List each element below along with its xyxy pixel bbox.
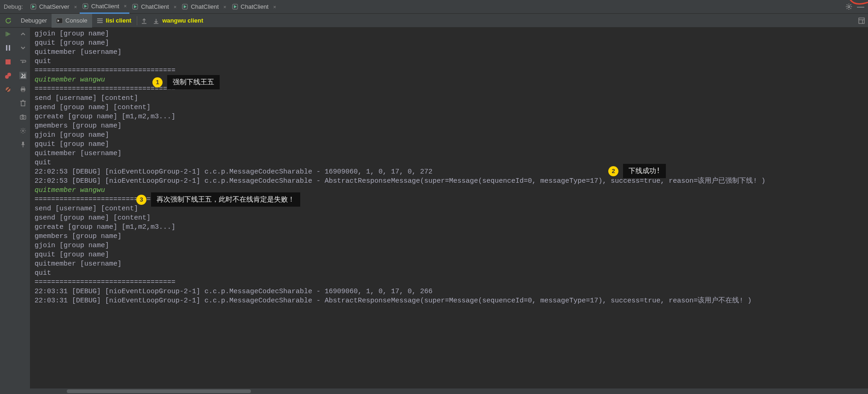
annotation-text: 再次强制下线王五，此时不在线肯定是失败！ [151,192,300,207]
close-icon[interactable]: × [174,4,176,10]
debug-label: Debug: [0,3,28,10]
export-down-icon [153,17,159,24]
debug-toolbar: Debugger Console lisi client wangwu clie… [0,14,868,28]
mute-breakpoints-icon[interactable] [5,86,12,93]
resume-icon[interactable] [5,30,12,38]
settings-icon[interactable] [19,127,27,134]
svg-rect-44 [21,101,25,106]
console-line: quit [35,158,868,168]
svg-line-16 [850,8,851,9]
console-line: 22:03:31 [DEBUG] [nioEventLoopGroup-2-1]… [35,296,868,306]
layout-settings-icon[interactable] [858,17,865,24]
clear-all-icon[interactable] [19,99,27,107]
console-line: gcreate [group name] [m1,m2,m3...] [35,223,868,232]
console-line: 22:02:53 [DEBUG] [nioEventLoopGroup-2-1]… [35,168,868,177]
scroll-down-icon[interactable] [19,44,27,52]
close-icon[interactable]: × [124,3,127,9]
debug-main-area: gjoin [group name]gquit [group name]quit… [0,28,868,394]
svg-rect-34 [6,59,11,64]
annotation-2: 2 下线成功! [608,164,666,178]
svg-marker-19 [10,18,11,20]
console-panel: gjoin [group name]gquit [group name]quit… [30,28,868,394]
console-line: gjoin [group name] [35,241,868,250]
console-line: gsend [group name] [content] [35,214,868,223]
svg-rect-33 [9,45,10,51]
run-config-icon [82,3,88,9]
step-into-button[interactable]: wangwu client [150,14,206,28]
tab-chatclient-3[interactable]: ChatClient × [179,0,229,14]
svg-line-56 [24,132,25,133]
export-up-icon [141,17,147,24]
pause-icon[interactable] [5,44,12,52]
run-config-icon [132,4,138,10]
annotation-1: 1 强制下线王五 [152,75,220,89]
tab-chatserver[interactable]: ChatServer × [28,0,80,14]
svg-line-15 [846,5,847,5]
view-breakpoints-icon[interactable] [5,72,12,79]
threads-button[interactable]: lisi client [92,14,136,28]
scroll-up-icon[interactable] [19,30,27,38]
console-tab-button[interactable]: Console [52,14,92,28]
step-out-button[interactable] [138,14,150,28]
screenshot-icon[interactable] [19,113,27,121]
console-line: quitmember [username] [35,260,868,269]
print-icon[interactable] [19,86,27,93]
svg-rect-43 [22,90,24,92]
toolbar-divider [137,16,137,25]
tab-label: ChatClient [191,3,219,10]
close-icon[interactable]: × [273,4,276,10]
console-line: send [username] [content] [35,94,868,103]
tab-label: ChatServer [39,3,70,10]
annotation-text: 强制下线王五 [167,75,220,89]
pin-icon[interactable] [19,141,27,148]
external-overlay-fragment [850,0,868,8]
console-line: ================================== [35,278,868,287]
svg-line-57 [21,132,22,133]
svg-point-48 [22,116,24,118]
debugger-label: Debugger [21,17,47,24]
console-line: quitmember [username] [35,149,868,158]
horizontal-scrollbar[interactable] [30,388,868,394]
tab-label: ChatClient [91,3,119,10]
annotation-text: 下线成功! [623,164,666,178]
console-line: gjoin [group name] [35,131,868,140]
soft-wrap-icon[interactable] [19,58,27,65]
left-run-gutter [0,28,16,394]
console-line: gquit [group name] [35,140,868,149]
annotation-badge: 1 [152,77,163,87]
svg-rect-27 [859,18,864,23]
debugger-tab-button[interactable]: Debugger [16,14,52,28]
tab-chatclient-2[interactable]: ChatClient × [129,0,179,14]
svg-rect-42 [22,87,24,88]
annotation-3: 3 再次强制下线王五，此时不在线肯定是失败！ [136,192,300,207]
svg-line-17 [846,8,847,9]
console-line: 22:03:31 [DEBUG] [nioEventLoopGroup-2-1]… [35,287,868,296]
svg-rect-32 [6,45,7,51]
threads-icon [97,18,103,23]
console-icon [56,18,63,23]
stop-icon[interactable] [5,58,12,65]
console-line: gsend [group name] [content] [35,103,868,112]
scroll-to-end-icon[interactable] [19,72,27,79]
console-line: quit [35,57,868,66]
svg-line-58 [24,129,25,129]
svg-line-55 [21,129,22,129]
tab-label: ChatClient [241,3,269,10]
close-icon[interactable]: × [223,4,226,10]
tab-chatclient-4[interactable]: ChatClient × [229,0,279,14]
rerun-icon[interactable] [5,17,12,24]
left-console-gutter [16,28,30,394]
console-line: gjoin [group name] [35,29,868,39]
tab-label: ChatClient [141,3,169,10]
svg-point-36 [7,73,11,76]
console-line: gmembers [group name] [35,232,868,241]
lisi-client-label: lisi client [106,17,132,24]
tab-chatclient-1[interactable]: ChatClient × [80,0,129,14]
close-icon[interactable]: × [74,4,77,10]
annotation-badge: 3 [136,195,146,205]
run-config-icon [30,4,36,10]
annotation-badge: 2 [608,166,618,176]
console-line: gquit [group name] [35,250,868,260]
svg-marker-30 [6,32,11,36]
svg-point-50 [22,130,24,132]
